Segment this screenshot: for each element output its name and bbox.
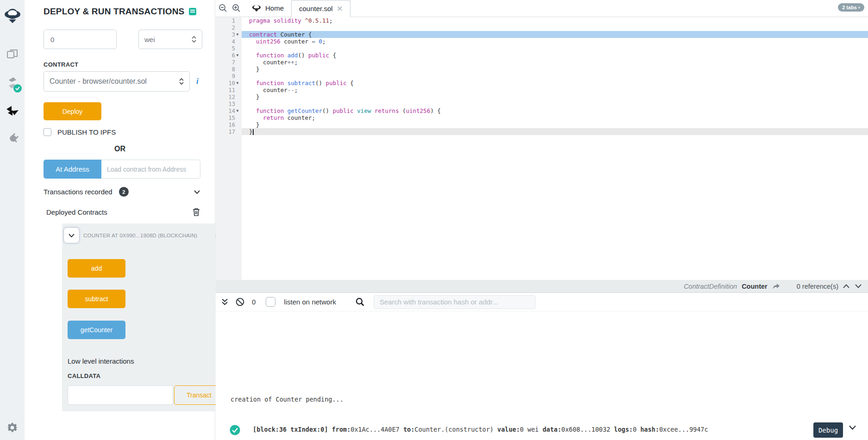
terminal-search-input[interactable] [374, 295, 536, 309]
gutter-line-14[interactable]: 14▼ [216, 107, 242, 114]
code-line-17[interactable]: } [242, 128, 868, 135]
zoom-out-icon[interactable] [219, 4, 227, 12]
value-input[interactable] [44, 30, 117, 49]
transaction-log-text: [block:36 txIndex:0] from:0x1Ac...4A0E7 … [253, 426, 708, 433]
contract-select[interactable]: Counter - browser/counter.sol [44, 71, 190, 92]
remix-logo-icon[interactable] [0, 6, 25, 27]
code-editor[interactable]: 123▼456▼78910▼11121314▼151617 pragma sol… [216, 17, 868, 280]
compile-success-badge [13, 84, 22, 93]
transactions-recorded-row[interactable]: Transactions recorded 2 [44, 187, 200, 197]
code-line-9[interactable] [242, 73, 868, 80]
code-line-8[interactable]: } [242, 66, 868, 73]
code-line-13[interactable] [242, 100, 868, 107]
code-line-5[interactable] [242, 45, 868, 52]
goto-definition-icon[interactable] [772, 283, 780, 290]
gutter-line-12[interactable]: 12 [216, 93, 242, 100]
clear-console-icon[interactable] [236, 297, 244, 306]
success-check-icon [230, 425, 240, 435]
code-line-15[interactable]: return counter; [242, 114, 868, 121]
tab-home[interactable]: Home [244, 0, 291, 17]
tab-home-label: Home [265, 4, 284, 12]
scenario-record-icon[interactable] [189, 8, 196, 15]
next-reference-icon[interactable] [855, 284, 862, 288]
listen-network-checkbox[interactable] [266, 297, 275, 307]
zoom-controls [216, 0, 244, 17]
code-line-10[interactable]: function subtract() public { [242, 80, 868, 87]
function-getcounter-button[interactable]: getCounter [68, 321, 125, 339]
editor-status-bar: ContractDefinition Counter 0 reference(s… [216, 280, 868, 293]
debug-button[interactable]: Debug [813, 422, 843, 438]
tab-counter-label: counter.sol [299, 5, 333, 12]
code-line-2[interactable] [242, 24, 868, 31]
node-type-label: ContractDefinition [684, 283, 737, 290]
deployed-contracts-row: Deployed Contracts [46, 208, 200, 216]
at-address-input[interactable] [101, 160, 200, 179]
code-line-4[interactable]: uint256 counter = 0; [242, 38, 868, 45]
gutter-line-2[interactable]: 2 [216, 24, 242, 31]
panel-title: DEPLOY & RUN TRANSACTIONS [44, 6, 196, 17]
transaction-log-row[interactable]: [block:36 txIndex:0] from:0x1Ac...4A0E7 … [216, 421, 868, 439]
code-line-16[interactable]: } [242, 121, 868, 128]
gutter-line-3[interactable]: 3▼ [216, 31, 242, 38]
zoom-in-icon[interactable] [232, 4, 241, 12]
main-area: Home counter.sol ✕ 2 tabs ▾ 123▼456▼7891… [216, 0, 868, 440]
gutter-line-5[interactable]: 5 [216, 45, 242, 52]
gutter-line-8[interactable]: 8 [216, 66, 242, 73]
solidity-compiler-icon[interactable] [0, 73, 25, 93]
gutter-line-15[interactable]: 15 [216, 114, 242, 121]
function-add-button[interactable]: add [68, 259, 125, 278]
prev-reference-icon[interactable] [843, 284, 849, 288]
deploy-run-icon[interactable] [0, 101, 25, 121]
file-explorer-icon[interactable] [0, 44, 25, 64]
terminal-collapse-icon[interactable] [221, 298, 228, 305]
tab-counter-sol[interactable]: counter.sol ✕ [291, 0, 350, 17]
function-subtract-button[interactable]: subtract [68, 290, 125, 308]
calldata-input[interactable] [68, 385, 173, 405]
instance-expand-button[interactable] [63, 227, 80, 243]
chevron-down-icon[interactable] [194, 190, 200, 194]
editor-code[interactable]: pragma solidity ^0.5.11;contract Counter… [242, 17, 868, 280]
code-line-11[interactable]: counter--; [242, 87, 868, 93]
transactions-recorded-label: Transactions recorded [44, 188, 112, 196]
code-line-14[interactable]: function getCounter() public view return… [242, 107, 868, 114]
calldata-row: Transact [68, 385, 224, 405]
tabs-count-badge[interactable]: 2 tabs ▾ [838, 3, 864, 12]
code-line-12[interactable]: } [242, 93, 868, 100]
gutter-line-13[interactable]: 13 [216, 100, 242, 107]
code-line-7[interactable]: counter++; [242, 59, 868, 66]
remix-tab-icon [252, 4, 261, 12]
unit-select[interactable]: wei [138, 30, 202, 49]
gutter-line-1[interactable]: 1 [216, 17, 242, 24]
at-address-row: At Address [44, 160, 200, 179]
gutter-line-17[interactable]: 17 [216, 128, 242, 135]
code-line-3[interactable]: contract Counter { [242, 31, 868, 38]
gutter-line-9[interactable]: 9 [216, 73, 242, 80]
trash-icon[interactable] [193, 208, 200, 216]
deployed-contracts-label: Deployed Contracts [46, 208, 107, 216]
contract-info-icon[interactable]: i [196, 77, 199, 86]
plugin-manager-icon[interactable] [0, 128, 25, 148]
gutter-line-10[interactable]: 10▼ [216, 80, 242, 87]
gutter-line-7[interactable]: 7 [216, 59, 242, 66]
deploy-run-panel: DEPLOY & RUN TRANSACTIONS wei CONTRACT C… [25, 0, 215, 440]
at-address-button[interactable]: At Address [44, 160, 101, 179]
text-cursor [253, 129, 254, 135]
contract-select-value: Counter - browser/counter.sol [50, 77, 147, 86]
close-tab-icon[interactable]: ✕ [337, 5, 343, 13]
gutter-line-4[interactable]: 4 [216, 38, 242, 45]
gutter-line-16[interactable]: 16 [216, 121, 242, 128]
terminal-toolbar: 0 listen on network [216, 293, 868, 311]
instance-title: COUNTER AT 0X990...1908D (BLOCKCHAIN) [83, 233, 197, 238]
gutter-line-6[interactable]: 6▼ [216, 52, 242, 59]
gutter-line-11[interactable]: 11 [216, 87, 242, 93]
code-line-1[interactable]: pragma solidity ^0.5.11; [242, 17, 868, 24]
publish-ipfs-checkbox[interactable] [44, 128, 51, 136]
listen-network-label: listen on network [284, 298, 336, 306]
code-line-6[interactable]: function add() public { [242, 52, 868, 59]
editor-gutter: 123▼456▼78910▼11121314▼151617 [216, 17, 242, 280]
tabs-count-label: 2 tabs [842, 5, 857, 10]
deploy-button[interactable]: Deploy [44, 102, 101, 120]
settings-gear-icon[interactable] [0, 418, 25, 438]
expand-log-icon[interactable] [849, 425, 856, 430]
or-divider: OR [25, 145, 215, 153]
